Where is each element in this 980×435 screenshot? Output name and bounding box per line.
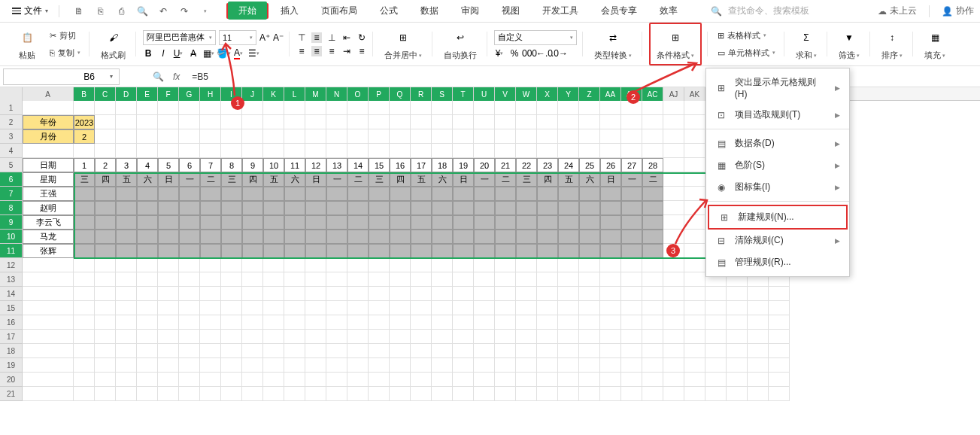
justify-icon[interactable]: ≡	[357, 46, 367, 56]
cell[interactable]: 3	[116, 158, 137, 172]
cell[interactable]	[347, 330, 369, 344]
cell[interactable]	[347, 230, 369, 244]
cell[interactable]	[284, 215, 305, 230]
col-header-A[interactable]: A	[23, 87, 74, 101]
cell[interactable]: 五	[411, 172, 432, 187]
col-header-AC[interactable]: AC	[642, 87, 663, 101]
name-box[interactable]: B6 ▾	[3, 68, 120, 85]
cell[interactable]	[663, 358, 684, 373]
cell[interactable]	[74, 373, 95, 387]
cell[interactable]	[558, 373, 579, 387]
cell[interactable]: 马龙	[23, 230, 74, 244]
cell[interactable]	[453, 201, 474, 215]
cell[interactable]	[347, 272, 369, 287]
cell[interactable]	[516, 301, 537, 315]
cell[interactable]	[453, 129, 474, 144]
cell[interactable]	[326, 373, 347, 387]
cell[interactable]	[284, 272, 305, 287]
sort-button[interactable]: ↕ 排序▾	[877, 26, 907, 62]
cell[interactable]	[369, 387, 390, 401]
cell[interactable]	[411, 301, 432, 315]
cell[interactable]	[369, 301, 390, 315]
cell[interactable]	[642, 215, 663, 230]
cell[interactable]	[221, 115, 242, 129]
cell[interactable]	[263, 244, 284, 258]
cell[interactable]	[495, 330, 516, 344]
cell[interactable]	[495, 315, 516, 330]
cell[interactable]	[537, 215, 558, 230]
cell[interactable]: 赵明	[23, 201, 74, 215]
cell[interactable]	[200, 344, 221, 358]
fill-button[interactable]: ▦ 填充▾	[920, 26, 950, 62]
cell[interactable]	[390, 272, 411, 287]
cell[interactable]	[200, 101, 221, 115]
cell[interactable]	[326, 387, 347, 401]
cell[interactable]	[474, 358, 495, 373]
sum-button[interactable]: Σ 求和▾	[791, 26, 821, 62]
cell[interactable]	[179, 258, 200, 272]
menu-item-3[interactable]: ▦色阶(S)▶	[706, 154, 849, 176]
cell[interactable]	[326, 358, 347, 373]
cell[interactable]	[179, 373, 200, 387]
cell[interactable]: 一	[474, 172, 495, 187]
cell[interactable]	[663, 158, 684, 172]
cell[interactable]	[432, 344, 453, 358]
cell[interactable]	[158, 201, 179, 215]
cell[interactable]	[179, 201, 200, 215]
cell[interactable]	[179, 358, 200, 373]
cell[interactable]	[221, 287, 242, 301]
cell[interactable]	[221, 387, 242, 401]
cell[interactable]	[116, 373, 137, 387]
cell[interactable]	[200, 315, 221, 330]
cell[interactable]	[263, 272, 284, 287]
cell[interactable]	[179, 287, 200, 301]
cell[interactable]	[221, 244, 242, 258]
cell[interactable]	[221, 272, 242, 287]
cell[interactable]	[705, 358, 727, 373]
cell[interactable]	[284, 315, 305, 330]
cell[interactable]	[158, 258, 179, 272]
cell[interactable]	[95, 315, 116, 330]
cell[interactable]: 六	[137, 172, 158, 187]
cell[interactable]	[432, 244, 453, 258]
cell[interactable]	[137, 301, 158, 315]
cell[interactable]: 日	[600, 172, 621, 187]
cell[interactable]: 五	[558, 172, 579, 187]
cell[interactable]	[411, 187, 432, 201]
cell[interactable]	[284, 301, 305, 315]
cell[interactable]	[579, 215, 600, 230]
cell[interactable]: 六	[579, 172, 600, 187]
col-header-U[interactable]: U	[474, 87, 495, 101]
cell[interactable]	[621, 215, 642, 230]
cell[interactable]	[663, 344, 684, 358]
cell[interactable]	[158, 230, 179, 244]
cell[interactable]	[495, 129, 516, 144]
cell[interactable]	[95, 330, 116, 344]
cell[interactable]	[284, 387, 305, 401]
cell[interactable]	[369, 144, 390, 158]
cell[interactable]	[200, 358, 221, 373]
cell[interactable]	[432, 315, 453, 330]
decrease-indent-icon[interactable]: ⇤	[341, 32, 352, 43]
cell[interactable]	[95, 258, 116, 272]
cell[interactable]	[411, 129, 432, 144]
cell[interactable]	[516, 258, 537, 272]
cell[interactable]	[432, 115, 453, 129]
col-header-F[interactable]: F	[158, 87, 179, 101]
cell[interactable]: 22	[516, 158, 537, 172]
underline-icon[interactable]: U▾	[173, 48, 184, 59]
cell[interactable]	[663, 330, 684, 344]
col-header-K[interactable]: K	[263, 87, 284, 101]
cell[interactable]	[95, 187, 116, 201]
cell[interactable]	[769, 315, 790, 330]
cell[interactable]	[263, 144, 284, 158]
cell[interactable]	[748, 330, 769, 344]
cell[interactable]	[600, 115, 621, 129]
cell[interactable]	[516, 129, 537, 144]
cell[interactable]	[305, 344, 326, 358]
cell[interactable]	[748, 344, 769, 358]
cell[interactable]	[390, 115, 411, 129]
cell[interactable]: 二	[200, 172, 221, 187]
cell[interactable]	[369, 129, 390, 144]
cell[interactable]	[516, 244, 537, 258]
